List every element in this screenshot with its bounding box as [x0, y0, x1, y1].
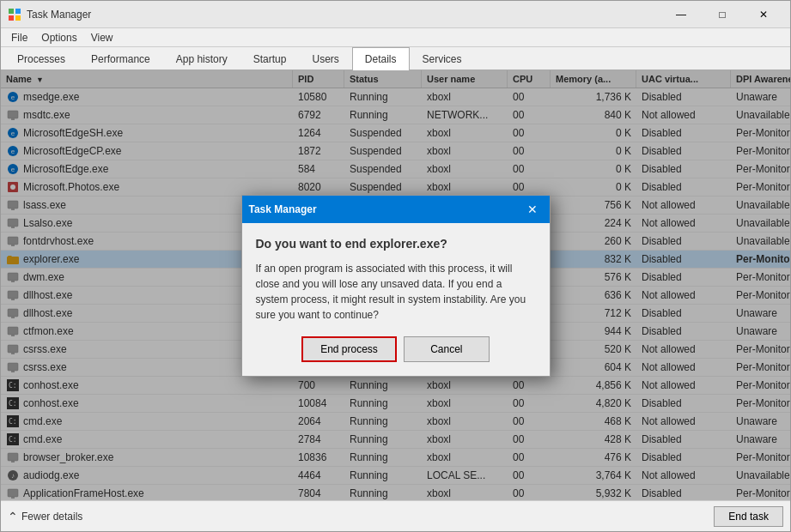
title-bar: Task Manager — □ ✕	[1, 1, 790, 28]
menu-options[interactable]: Options	[34, 30, 83, 45]
end-process-button[interactable]: End process	[301, 336, 397, 362]
fewer-details-button[interactable]: ⌃ Fewer details	[8, 510, 82, 523]
tabs-bar: Processes Performance App history Startu…	[1, 47, 790, 70]
content-area: Name ▼ PID Status User name CPU Memory (…	[1, 70, 790, 500]
tab-processes[interactable]: Processes	[4, 47, 78, 70]
close-button[interactable]: ✕	[744, 1, 783, 28]
window-controls: — □ ✕	[661, 1, 783, 28]
menu-file[interactable]: File	[4, 30, 34, 45]
bottom-bar: ⌃ Fewer details End task	[1, 500, 790, 531]
tab-services[interactable]: Services	[410, 47, 475, 70]
modal-dialog: Task Manager ✕ Do you want to end explor…	[241, 195, 551, 377]
modal-question: Do you want to end explorer.exe?	[256, 237, 536, 251]
maximize-button[interactable]: □	[703, 1, 742, 28]
fewer-details-label: Fewer details	[21, 511, 82, 523]
svg-rect-3	[15, 15, 21, 21]
svg-rect-2	[9, 15, 14, 21]
tab-users[interactable]: Users	[299, 47, 351, 70]
task-manager-window: Task Manager — □ ✕ File Options View Pro…	[0, 0, 791, 532]
modal-overlay: Task Manager ✕ Do you want to end explor…	[1, 70, 790, 500]
modal-title: Task Manager	[249, 203, 522, 215]
app-icon	[8, 8, 21, 21]
chevron-up-icon: ⌃	[8, 510, 18, 523]
tab-performance[interactable]: Performance	[78, 47, 163, 70]
window-title: Task Manager	[27, 9, 661, 21]
tab-details[interactable]: Details	[352, 47, 410, 70]
modal-buttons: End process Cancel	[256, 336, 536, 362]
svg-rect-0	[9, 9, 14, 14]
minimize-button[interactable]: —	[661, 1, 701, 28]
menu-view[interactable]: View	[84, 30, 120, 45]
modal-description: If an open program is associated with th…	[256, 261, 536, 323]
menu-bar: File Options View	[1, 28, 790, 47]
modal-close-button[interactable]: ✕	[522, 199, 543, 220]
cancel-button[interactable]: Cancel	[404, 336, 490, 362]
tab-startup[interactable]: Startup	[240, 47, 300, 70]
end-task-button[interactable]: End task	[714, 506, 783, 527]
modal-title-bar: Task Manager ✕	[242, 196, 550, 223]
svg-rect-1	[15, 9, 21, 14]
modal-content: Do you want to end explorer.exe? If an o…	[242, 223, 550, 376]
tab-app-history[interactable]: App history	[163, 47, 240, 70]
